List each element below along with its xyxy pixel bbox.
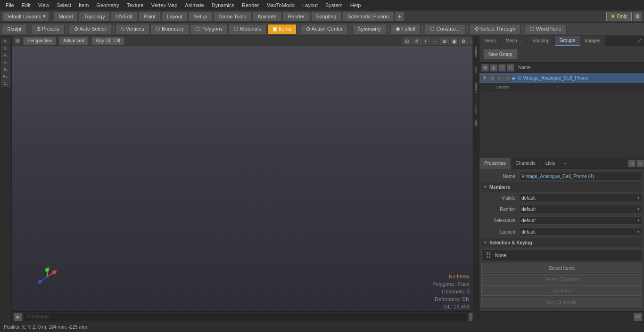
visibility-icon[interactable]: 👁 (481, 64, 489, 72)
visible-dropdown[interactable]: default ▾ (519, 194, 642, 202)
action-center-button[interactable]: ⊕ Action Center (301, 24, 348, 34)
polygons-button[interactable]: ⬡ Polygons (190, 24, 228, 34)
menu-view[interactable]: View (34, 0, 53, 10)
command-input[interactable]: Command (24, 313, 467, 321)
tab-lists[interactable]: Lists (541, 158, 561, 169)
menu-texture[interactable]: Texture (123, 0, 148, 10)
falloff-button[interactable]: ◉ Falloff (390, 24, 421, 34)
tool-4[interactable]: V.. (1, 59, 10, 65)
tab-schematic-fusion[interactable]: Schematic Fusion (342, 12, 394, 21)
vtab-tags[interactable]: Tags (473, 117, 479, 131)
view-zoom-out[interactable]: − (431, 37, 439, 45)
sculpt-button[interactable]: Sculpt (2, 24, 27, 34)
settings-button[interactable]: ⚙ (633, 12, 642, 21)
tab-scripting[interactable]: Scripting (311, 12, 342, 21)
name-field[interactable]: Vintage_Analogue_Cell_Phone (4) (519, 172, 642, 180)
menu-layout[interactable]: Layout (298, 0, 322, 10)
prop-expand-left[interactable]: ◁ (628, 160, 636, 167)
members-section-header[interactable]: ▼ Members (481, 182, 642, 192)
item-lock-icon[interactable]: □ (496, 75, 503, 81)
tool-7[interactable]: C.. (1, 80, 10, 87)
menu-geometry[interactable]: Geometry (92, 0, 123, 10)
menu-select[interactable]: Select (53, 0, 75, 10)
new-group-button[interactable]: New Group (483, 49, 518, 59)
navigation-gizmo[interactable]: X Y Z (35, 265, 59, 289)
vertices-button[interactable]: ◇ Vertices (116, 24, 149, 34)
vtab-group[interactable]: Group... (473, 77, 479, 96)
tab-animate[interactable]: Animate (252, 12, 281, 21)
render-icon[interactable]: ◎ (490, 64, 497, 72)
tool-1[interactable]: N.. (1, 38, 10, 44)
item-render-icon[interactable]: ◎ (489, 75, 495, 81)
view-settings-btn[interactable]: ⚙ (459, 37, 468, 45)
view-orient-btn[interactable]: ⊡ (403, 37, 411, 45)
key-channels-button[interactable]: Key Channels (481, 297, 642, 307)
tab-model[interactable]: Model (53, 12, 78, 21)
view-rotate-btn[interactable]: ↺ (412, 37, 421, 45)
symmetry-button[interactable]: Symmetry (352, 24, 386, 34)
tab-paint[interactable]: Paint (139, 12, 161, 21)
tool-5[interactable]: E.. (1, 66, 10, 73)
menu-render[interactable]: Render (238, 0, 263, 10)
view-fit-btn[interactable]: ⊞ (440, 37, 449, 45)
vtab-ima[interactable]: Ima... (473, 61, 479, 76)
lock-icon[interactable]: □ (498, 64, 506, 72)
command-arrow-btn[interactable]: ▶ (14, 313, 22, 321)
only-star-button[interactable]: ★ Only (606, 12, 632, 21)
tool-3[interactable]: M.. (1, 52, 10, 58)
tab-layout[interactable]: Layout (162, 12, 188, 21)
boundary-button[interactable]: ⬡ Boundary (150, 24, 189, 34)
add-tab-button[interactable]: + (560, 158, 570, 169)
items-button[interactable]: ▣ Items (267, 24, 297, 34)
select-items-button[interactable]: Select Items (481, 263, 642, 273)
tab-topology[interactable]: Topology (79, 12, 110, 21)
item-select-icon[interactable]: □ (504, 75, 511, 81)
menu-animate[interactable]: Animate (181, 0, 207, 10)
key-items-button[interactable]: Key Items (481, 285, 642, 296)
tab-render[interactable]: Render (282, 12, 310, 21)
locked-dropdown[interactable]: default ▾ (519, 227, 642, 236)
vtab-user[interactable]: User C... (473, 97, 479, 117)
tab-shading[interactable]: Shading (528, 36, 555, 46)
keying-section-header[interactable]: ▼ Selection & Keying (481, 238, 642, 247)
viewport-expand-btn[interactable]: ⊡ (15, 38, 20, 44)
layouts-dropdown[interactable]: Default Layouts ▾ (2, 12, 49, 21)
select-through-button[interactable]: ⊕ Select Through (470, 24, 520, 34)
tool-6[interactable]: Po. (1, 73, 10, 80)
presets-button[interactable]: ⊞ Presets (31, 24, 65, 34)
viewport-3d[interactable]: ⊡ Perspective Advanced Ray GL: Off ⊡ ↺ +… (12, 36, 479, 322)
menu-maxtomodo[interactable]: MaxToModo (263, 0, 298, 10)
advanced-button[interactable]: Advanced (59, 37, 88, 45)
item-eye-icon[interactable]: 👁 (481, 75, 488, 81)
collapse-right-btn[interactable]: >> (634, 313, 642, 321)
tool-2[interactable]: D.. (1, 45, 10, 51)
menu-help[interactable]: Help (347, 0, 365, 10)
view-render-btn[interactable]: ▣ (450, 37, 458, 45)
menu-vertex-map[interactable]: Vertex Map (148, 0, 182, 10)
materials-button[interactable]: ⬡ Materials (229, 24, 266, 34)
keying-none-row[interactable]: ⠿ None (481, 249, 642, 261)
tab-setup[interactable]: Setup (189, 12, 213, 21)
tab-game-tools[interactable]: Game Tools (214, 12, 252, 21)
menu-dynamics[interactable]: Dynamics (208, 0, 238, 10)
add-workspace-button[interactable]: + (395, 12, 405, 21)
constraints-button[interactable]: ⬡ Constrai... (425, 24, 465, 34)
expand-scene-btn[interactable]: ⤢ (635, 36, 644, 46)
vtab-texture[interactable]: Texture... (473, 40, 479, 61)
view-zoom-in[interactable]: + (421, 37, 430, 45)
perspective-button[interactable]: Perspective (23, 37, 56, 45)
tab-uvedit[interactable]: UVEdit (111, 12, 137, 21)
tab-mesh[interactable]: Mesh ... (501, 36, 528, 46)
select-icon[interactable]: □ (507, 64, 514, 72)
tab-images[interactable]: Images (580, 36, 606, 46)
scene-item-phone[interactable]: 👁 ◎ □ □ ▶ ⊞ Vintage_Analogue_Cell_Phone (479, 73, 644, 83)
prop-expand-right[interactable]: ▷ (636, 160, 644, 167)
render-dropdown[interactable]: default ▾ (519, 205, 642, 213)
menu-item[interactable]: Item (75, 0, 92, 10)
menu-system[interactable]: System (322, 0, 347, 10)
tab-properties[interactable]: Properties (479, 158, 511, 169)
menu-file[interactable]: File (2, 0, 18, 10)
ray-gl-button[interactable]: Ray GL: Off (91, 37, 125, 45)
tab-items[interactable]: Items (479, 36, 501, 46)
tab-groups[interactable]: Groups (555, 36, 580, 46)
